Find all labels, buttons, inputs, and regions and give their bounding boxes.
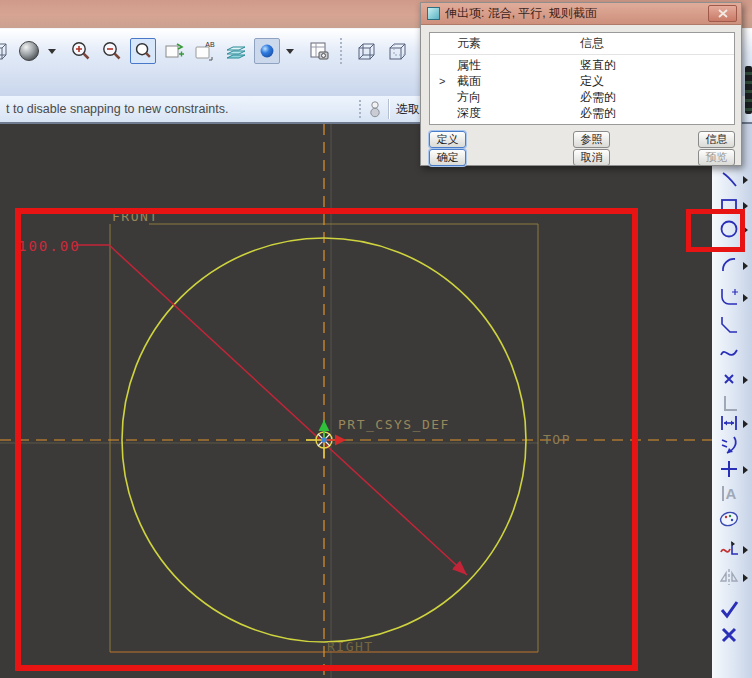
done-button[interactable] (717, 598, 741, 620)
current-row-marker: > (439, 75, 445, 87)
cancel-button[interactable]: 取消 (573, 149, 610, 166)
annotation-rectangle-circle-tool (686, 209, 745, 252)
zoom-refit-button[interactable] (130, 38, 156, 64)
column-header-element: 元素 (430, 35, 580, 52)
dimension-flyout-arrow[interactable] (743, 420, 748, 428)
zoom-out-icon (100, 39, 124, 63)
point-tool-button[interactable] (717, 368, 741, 390)
column-header-info: 信息 (580, 35, 604, 52)
dialog-close-button[interactable] (708, 5, 737, 22)
status-message: t to disable snapping to new constraints… (6, 102, 352, 116)
element-name: 属性 (430, 57, 580, 74)
wireframe-cube-icon (0, 39, 10, 63)
constraint-flyout-arrow[interactable] (743, 466, 748, 474)
dialog-titlebar[interactable]: 伸出项: 混合, 平行, 规则截面 (421, 3, 741, 25)
reorient-view-button[interactable] (161, 38, 187, 64)
ok-button[interactable]: 确定 (429, 149, 466, 166)
element-info: 竖直的 (580, 57, 616, 74)
shaded-sphere-icon (17, 39, 41, 63)
zoom-out-button[interactable] (99, 38, 125, 64)
dimension-tool-icon (718, 412, 740, 434)
spline-tool-button[interactable] (717, 342, 741, 364)
hidden-line-display-button[interactable] (384, 38, 410, 64)
close-icon (718, 9, 728, 18)
view-manager-icon (307, 39, 331, 63)
palette-tool-icon (718, 508, 740, 530)
fillet-flyout-arrow[interactable] (743, 294, 748, 302)
quit-button[interactable] (717, 624, 741, 646)
info-button[interactable]: 信息 (698, 131, 735, 148)
spin-center-dropdown[interactable] (285, 38, 295, 64)
element-name: 方向 (430, 89, 580, 106)
point-tool-icon (718, 368, 740, 390)
layers-icon (224, 39, 248, 63)
reorient-view-icon (162, 39, 186, 63)
dimension-tool-button[interactable] (717, 412, 741, 434)
palette-tool-button[interactable] (717, 508, 741, 530)
layers-button[interactable] (223, 38, 249, 64)
shaded-sphere-dropdown[interactable] (47, 38, 57, 64)
spin-center-icon (256, 40, 278, 62)
dialog-icon (427, 7, 440, 20)
selection-buffer-icon[interactable] (368, 99, 382, 119)
modify-tool-button[interactable] (717, 434, 741, 456)
statusbar-separator (359, 100, 361, 118)
toolbar-separator (340, 38, 345, 64)
mirror-flyout-arrow[interactable] (743, 574, 748, 582)
zoom-in-button[interactable] (68, 38, 94, 64)
shaded-sphere-button[interactable] (16, 38, 42, 64)
text-tool-icon: A (722, 486, 737, 501)
preview-button[interactable]: 预览 (698, 149, 735, 166)
element-info: 定义 (580, 73, 604, 90)
trim-tool-icon (718, 538, 740, 560)
point-flyout-arrow[interactable] (743, 376, 748, 384)
trim-tool-button[interactable] (717, 538, 741, 560)
line-tool-button[interactable] (717, 168, 741, 190)
list-item-section[interactable]: > 截面 定义 (430, 73, 734, 89)
list-item-attributes[interactable]: 属性 竖直的 (430, 57, 734, 73)
element-list[interactable]: 元素 信息 属性 竖直的 > 截面 定义 方向 必需的 深度 必需的 (429, 32, 735, 125)
mirror-tool-button[interactable] (717, 566, 741, 588)
chevron-down-icon (48, 49, 56, 54)
list-item-depth[interactable]: 深度 必需的 (430, 105, 734, 121)
element-name: 深度 (430, 105, 580, 122)
sketcher-toolbar: A (712, 124, 752, 678)
csys-tool-icon (718, 392, 740, 414)
csys-tool-button[interactable] (717, 392, 741, 414)
arc-tool-icon (718, 254, 740, 276)
dialog-title: 伸出项: 混合, 平行, 规则截面 (445, 5, 708, 22)
wireframe-cube-button[interactable] (0, 38, 11, 64)
annotation-tag-button[interactable]: AB (192, 38, 218, 64)
fillet-tool-button[interactable] (717, 286, 741, 308)
wireframe-display-icon (354, 39, 378, 63)
refs-button[interactable]: 参照 (573, 131, 610, 148)
hidden-line-display-icon (385, 39, 409, 63)
chevron-down-icon (286, 49, 294, 54)
define-button[interactable]: 定义 (429, 131, 466, 148)
element-list-header: 元素 信息 (430, 33, 734, 55)
view-manager-button[interactable] (306, 38, 332, 64)
select-window-label: 选取 (396, 101, 420, 118)
spin-center-button[interactable] (254, 38, 280, 64)
check-icon (718, 598, 740, 620)
wireframe-display-button[interactable] (353, 38, 379, 64)
edge-scroll-element (745, 66, 752, 114)
close-x-icon (718, 624, 740, 646)
zoom-in-icon (69, 39, 93, 63)
text-tool-button[interactable]: A (717, 482, 741, 504)
statusbar-groove (388, 99, 390, 119)
list-item-direction[interactable]: 方向 必需的 (430, 89, 734, 105)
element-info: 必需的 (580, 89, 616, 106)
chamfer-tool-button[interactable] (717, 314, 741, 336)
zoom-refit-icon (132, 40, 154, 62)
element-info: 必需的 (580, 105, 616, 122)
arc-flyout-arrow[interactable] (743, 262, 748, 270)
modify-tool-icon (718, 434, 740, 456)
constraint-tool-icon (718, 458, 740, 480)
constraint-tool-button[interactable] (717, 458, 741, 480)
arc-tool-button[interactable] (717, 254, 741, 276)
fillet-tool-icon (718, 286, 740, 308)
trim-flyout-arrow[interactable] (743, 546, 748, 554)
spline-tool-icon (718, 342, 740, 364)
line-flyout-arrow[interactable] (743, 176, 748, 184)
